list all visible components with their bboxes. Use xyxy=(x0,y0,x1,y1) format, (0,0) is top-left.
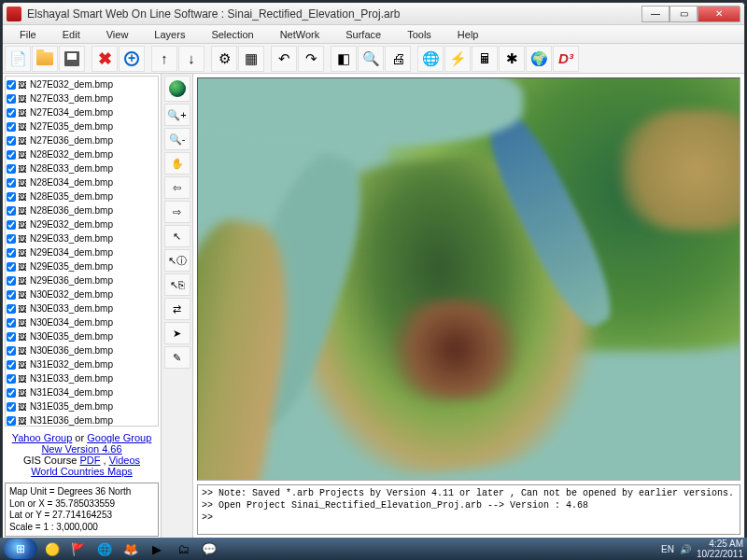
print-icon[interactable]: 🖨 xyxy=(385,46,411,72)
explorer-task-icon[interactable]: 🗂 xyxy=(172,539,194,558)
map-viewport[interactable] xyxy=(197,77,740,481)
flash-icon[interactable]: ⚡ xyxy=(444,46,471,72)
measure-icon[interactable]: ⇄ xyxy=(164,298,190,320)
open-icon[interactable] xyxy=(32,46,58,72)
layer-checkbox[interactable] xyxy=(7,304,16,314)
media-task-icon[interactable]: ▶ xyxy=(146,539,168,558)
layer-checkbox[interactable] xyxy=(7,402,16,412)
layer-row[interactable]: N27E034_dem.bmp xyxy=(7,105,157,119)
layer-checkbox[interactable] xyxy=(7,164,16,174)
yahoo-group-link[interactable]: Yahoo Group xyxy=(12,432,73,443)
layer-row[interactable]: N28E033_dem.bmp xyxy=(7,161,157,175)
minimize-button[interactable]: — xyxy=(641,6,669,22)
zoom-out-icon[interactable]: 🔍- xyxy=(164,128,190,150)
layer-row[interactable]: N27E032_dem.bmp xyxy=(7,77,157,91)
layer-checkbox[interactable] xyxy=(7,332,16,342)
select-pointer-icon[interactable]: ↖ xyxy=(164,225,190,247)
layer-checkbox[interactable] xyxy=(7,360,16,370)
layer-row[interactable]: N29E035_dem.bmp xyxy=(7,259,157,273)
layer-row[interactable]: N30E036_dem.bmp xyxy=(7,343,157,357)
menu-network[interactable]: NetWork xyxy=(267,27,333,42)
layer-checkbox[interactable] xyxy=(7,136,16,146)
eraser-icon[interactable]: ◧ xyxy=(331,46,357,72)
layer-row[interactable]: N31E035_dem.bmp xyxy=(7,399,157,413)
firefox-task-icon[interactable]: 🦊 xyxy=(120,539,142,558)
layer-checkbox[interactable] xyxy=(7,192,16,202)
chrome-task-icon[interactable]: 🟡 xyxy=(41,539,63,558)
layer-row[interactable]: N28E034_dem.bmp xyxy=(7,175,157,189)
nav-right-icon[interactable]: ⇨ xyxy=(164,201,190,223)
layer-row[interactable]: N27E036_dem.bmp xyxy=(7,133,157,147)
layer-checkbox[interactable] xyxy=(7,374,16,384)
app-task-icon[interactable]: 🚩 xyxy=(67,539,90,558)
videos-link[interactable]: Videos xyxy=(109,455,140,466)
system-tray[interactable]: EN 🔊 4:25 AM 10/22/2011 xyxy=(661,539,743,559)
pdf-link[interactable]: PDF xyxy=(79,455,100,466)
layer-checkbox[interactable] xyxy=(7,94,16,104)
layer-row[interactable]: N29E034_dem.bmp xyxy=(7,245,157,259)
arrow-down-icon[interactable]: ↓ xyxy=(178,46,204,72)
google-earth-icon[interactable]: 🌍 xyxy=(526,46,552,72)
layer-row[interactable]: N31E036_dem.bmp xyxy=(7,413,157,427)
layer-checkbox[interactable] xyxy=(7,80,16,90)
layer-checkbox[interactable] xyxy=(7,388,16,398)
burst-icon[interactable]: ✱ xyxy=(499,46,525,72)
menu-help[interactable]: Help xyxy=(444,27,492,42)
layer-row[interactable]: N31E032_dem.bmp xyxy=(7,357,157,371)
properties-icon[interactable]: ⚙ xyxy=(211,46,237,72)
menu-file[interactable]: File xyxy=(7,27,49,42)
menu-edit[interactable]: Edit xyxy=(49,27,93,42)
layer-row[interactable]: N30E035_dem.bmp xyxy=(7,329,157,343)
layer-row[interactable]: N27E033_dem.bmp xyxy=(7,91,157,105)
layer-checkbox[interactable] xyxy=(7,276,16,286)
pan-icon[interactable]: ✋ xyxy=(164,152,190,175)
layer-row[interactable]: N27E035_dem.bmp xyxy=(7,119,157,133)
layer-checkbox[interactable] xyxy=(7,178,16,188)
menu-layers[interactable]: Layers xyxy=(141,27,198,42)
ie-task-icon[interactable]: 🌐 xyxy=(93,539,116,558)
table-icon[interactable]: ▦ xyxy=(238,46,264,72)
layer-checkbox[interactable] xyxy=(7,290,16,300)
layer-row[interactable]: N31E034_dem.bmp xyxy=(7,385,157,399)
layer-row[interactable]: N29E032_dem.bmp xyxy=(7,217,157,231)
layer-checkbox[interactable] xyxy=(7,220,16,230)
calculator-icon[interactable]: 🖩 xyxy=(472,46,498,72)
layer-row[interactable]: N28E036_dem.bmp xyxy=(7,203,157,217)
globe-icon[interactable] xyxy=(164,76,190,102)
layer-row[interactable]: N29E036_dem.bmp xyxy=(7,273,157,287)
layer-checkbox[interactable] xyxy=(7,234,16,244)
layer-row[interactable]: N30E032_dem.bmp xyxy=(7,287,157,301)
layer-checkbox[interactable] xyxy=(7,108,16,118)
layer-checkbox[interactable] xyxy=(7,416,16,426)
close-button[interactable]: ✕ xyxy=(698,6,740,22)
link-pointer-icon[interactable]: ↖⎘ xyxy=(164,273,190,296)
layer-checkbox[interactable] xyxy=(7,346,16,356)
info-pointer-icon[interactable]: ↖ⓘ xyxy=(164,249,190,272)
redo-icon[interactable]: ↷ xyxy=(298,46,324,72)
start-button[interactable]: ⊞ xyxy=(4,539,37,559)
worldmaps-link[interactable]: World Countries Maps xyxy=(31,466,133,477)
lang-indicator[interactable]: EN xyxy=(661,544,674,554)
layer-row[interactable]: N30E033_dem.bmp xyxy=(7,301,157,315)
google-group-link[interactable]: Google Group xyxy=(87,432,151,443)
zoom-in-icon[interactable]: 🔍+ xyxy=(164,104,190,126)
pointer-icon[interactable]: ➤ xyxy=(164,322,190,344)
undo-icon[interactable]: ↶ xyxy=(271,46,297,72)
output-console[interactable]: >> Note: Saved *.arb Projects by Version… xyxy=(197,484,740,535)
delete-icon[interactable]: ✖ xyxy=(92,46,118,72)
layer-list[interactable]: N27E032_dem.bmpN27E033_dem.bmpN27E034_de… xyxy=(5,76,159,427)
layer-row[interactable]: N28E035_dem.bmp xyxy=(7,189,157,203)
save-icon[interactable] xyxy=(59,46,85,72)
web-globe-icon[interactable]: 🌐 xyxy=(417,46,444,72)
menu-surface[interactable]: Surface xyxy=(332,27,394,42)
menu-tools[interactable]: Tools xyxy=(394,27,444,42)
layer-row[interactable]: N28E032_dem.bmp xyxy=(7,147,157,161)
layer-checkbox[interactable] xyxy=(7,206,16,216)
layer-row[interactable]: N31E033_dem.bmp xyxy=(7,371,157,385)
new-version-link[interactable]: New Version 4.66 xyxy=(41,443,121,455)
d3-icon[interactable]: D³ xyxy=(553,46,579,72)
layer-checkbox[interactable] xyxy=(7,318,16,328)
binoculars-icon[interactable]: 🔍 xyxy=(358,46,384,72)
layer-checkbox[interactable] xyxy=(7,150,16,160)
nav-left-icon[interactable]: ⇦ xyxy=(164,176,190,199)
